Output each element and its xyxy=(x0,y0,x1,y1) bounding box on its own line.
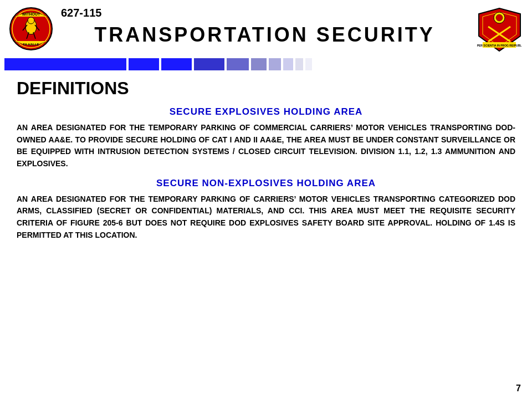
header-title: TRANSPORTATION SECURITY xyxy=(53,23,476,47)
bar-segment-1 xyxy=(4,58,126,70)
section-block-explosives: SECURE EXPLOSIVES HOLDING AREA AN AREA D… xyxy=(17,106,515,170)
bar-segment-5 xyxy=(227,58,249,70)
bar-segment-6 xyxy=(251,58,267,70)
bar-segment-9 xyxy=(295,58,303,70)
main-content: DEFINITIONS SECURE EXPLOSIVES HOLDING AR… xyxy=(0,73,532,255)
svg-text:FA HALLE: FA HALLE xyxy=(23,43,39,46)
doc-number: 627-115 xyxy=(55,7,101,19)
bar-segment-4 xyxy=(194,58,224,70)
svg-text:WITHOUT: WITHOUT xyxy=(22,12,40,16)
section-block-non-explosives: SECURE NON-EXPLOSIVES HOLDING AREA AN AR… xyxy=(17,178,515,242)
bar-segment-8 xyxy=(283,58,293,70)
bar-segment-7 xyxy=(269,58,281,70)
header: WITHOUT FA HALLE 627-115 TRANSPORTATION … xyxy=(0,0,532,58)
bar-segment-2 xyxy=(129,58,159,70)
svg-point-9 xyxy=(28,17,34,24)
subheading-explosives: SECURE EXPLOSIVES HOLDING AREA xyxy=(17,106,515,117)
svg-point-13 xyxy=(496,14,503,21)
bar-segment-3 xyxy=(161,58,192,70)
header-center: 627-115 TRANSPORTATION SECURITY xyxy=(53,12,476,47)
svg-text:PER SCIENTIA IN PROG REIPUBL: PER SCIENTIA IN PROG REIPUBL xyxy=(477,44,522,47)
bar-segment-10 xyxy=(305,58,312,70)
left-emblem: WITHOUT FA HALLE xyxy=(9,6,53,53)
body-text-explosives: AN AREA DESIGNATED FOR THE TEMPORARY PAR… xyxy=(17,122,515,170)
section-title: DEFINITIONS xyxy=(17,78,515,99)
right-emblem: PER SCIENTIA IN PROG REIPUBL xyxy=(476,6,523,53)
body-text-non-explosives: AN AREA DESIGNATED FOR THE TEMPORARY PAR… xyxy=(17,193,515,242)
page-number: 7 xyxy=(516,383,521,393)
subheading-non-explosives: SECURE NON-EXPLOSIVES HOLDING AREA xyxy=(17,178,515,189)
color-bar xyxy=(0,58,532,70)
